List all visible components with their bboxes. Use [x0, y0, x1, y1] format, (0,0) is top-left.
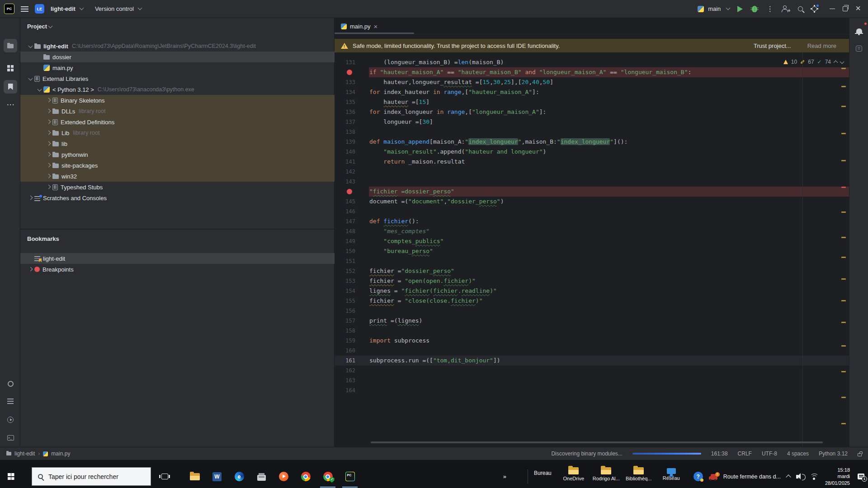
- task-view-button[interactable]: [156, 465, 174, 488]
- line-number[interactable]: 135: [335, 97, 355, 107]
- tree-item-binary-skeletons[interactable]: Binary Skeletons: [20, 95, 335, 106]
- code-line-137[interactable]: 137 longueur =[30]: [335, 117, 849, 127]
- bookmarks-tool-button[interactable]: [4, 80, 17, 94]
- chevron-right-icon[interactable]: [45, 140, 52, 147]
- line-number[interactable]: 147: [335, 216, 355, 226]
- run-config-name[interactable]: main: [708, 5, 721, 12]
- taskbar-app-media-player[interactable]: [273, 465, 294, 488]
- tree-item-scratches-and-consoles[interactable]: Scratches and Consoles: [20, 192, 335, 203]
- line-number[interactable]: 140: [335, 147, 355, 157]
- line-number[interactable]: 162: [335, 366, 355, 375]
- line-number[interactable]: 150: [335, 246, 355, 256]
- tray-folder-biblioth-q[interactable]: Bibliothèq...: [623, 465, 655, 488]
- code-line-159[interactable]: 159import subprocess: [335, 336, 849, 346]
- code-line-143[interactable]: 143: [335, 177, 849, 187]
- line-number[interactable]: 142: [335, 167, 355, 177]
- line-number[interactable]: 138: [335, 127, 355, 137]
- line-number[interactable]: 146: [335, 206, 355, 216]
- taskbar-search-input[interactable]: Taper ici pour rechercher: [32, 467, 151, 486]
- taskbar-app-edge[interactable]: e: [228, 465, 250, 488]
- code-line-149[interactable]: 149 "comptes_publics": [335, 236, 849, 246]
- chevron-right-icon[interactable]: [45, 118, 52, 126]
- code-line-133[interactable]: 133 hauteur,longueur_resultat =[15,30,25…: [335, 77, 849, 87]
- trust-project-link[interactable]: Trust project...: [754, 42, 791, 49]
- chevron-right-icon[interactable]: [45, 151, 52, 158]
- taskbar-app-chrome[interactable]: [295, 465, 316, 488]
- code-line-148[interactable]: 148 "mes_comptes": [335, 226, 849, 236]
- line-number[interactable]: 133: [335, 77, 355, 87]
- volume-icon[interactable]: [796, 475, 798, 479]
- breadcrumb-file[interactable]: main.py: [51, 450, 70, 457]
- project-tool-button[interactable]: [4, 39, 17, 52]
- close-button[interactable]: [855, 5, 861, 13]
- tree-item-extended-definitions[interactable]: Extended Definitions: [20, 117, 335, 127]
- python-interpreter[interactable]: Python 3.12: [819, 450, 848, 457]
- tree-item-main-py[interactable]: main.py: [20, 62, 335, 73]
- code-line-139[interactable]: 139def maison_append[maison_A:"index_lon…: [335, 137, 849, 147]
- run-tool-button[interactable]: [4, 413, 17, 427]
- code-line-146[interactable]: 146: [335, 206, 849, 216]
- code-line-160[interactable]: 160: [335, 346, 849, 356]
- line-number[interactable]: 145: [335, 197, 355, 206]
- restore-button[interactable]: [843, 6, 848, 11]
- indent-setting[interactable]: 4 spaces: [787, 450, 809, 457]
- code-line-156[interactable]: 156: [335, 306, 849, 316]
- help-tray-icon[interactable]: ?: [693, 472, 703, 481]
- line-number[interactable]: 148: [335, 226, 355, 236]
- search-everywhere-icon[interactable]: [798, 6, 803, 11]
- settings-icon[interactable]: [811, 5, 818, 13]
- code-line-134[interactable]: 134for index_hauteur in range,["hauteur_…: [335, 87, 849, 97]
- chevron-right-icon[interactable]: [27, 194, 34, 202]
- line-number[interactable]: 131: [335, 57, 355, 67]
- code-line-131[interactable]: 131 (longueur_maison_B) =len(maison_B): [335, 57, 849, 67]
- error-stripe[interactable]: [841, 52, 847, 447]
- bookmarks-panel-header[interactable]: Bookmarks: [27, 235, 59, 242]
- chevron-down-icon[interactable]: [27, 75, 34, 82]
- chevron-right-icon[interactable]: [45, 129, 52, 136]
- code-line-161[interactable]: 161subprocess.run =(["tom,dit_bonjour"]): [335, 356, 849, 366]
- breakpoint-icon[interactable]: [347, 70, 352, 75]
- code-line-142[interactable]: 142: [335, 167, 849, 177]
- code-line-157[interactable]: 157print =(lignes): [335, 316, 849, 326]
- tree-item-python-3-12[interactable]: < Python 3.12 >C:\Users\rod73\anaconda3\…: [20, 84, 335, 95]
- line-number[interactable]: 161: [335, 356, 355, 366]
- file-encoding[interactable]: UTF-8: [762, 450, 777, 457]
- code-line-145[interactable]: 145document =("document","dossier_perso"…: [335, 197, 849, 206]
- line-number[interactable]: 156: [335, 306, 355, 316]
- line-number[interactable]: 137: [335, 117, 355, 127]
- code-line-132[interactable]: if "hauteur_maison_A" == "hauteur_maison…: [335, 67, 849, 77]
- line-number[interactable]: 143: [335, 177, 355, 187]
- network-icon[interactable]: [813, 478, 815, 480]
- hidden-icons-chevron[interactable]: [786, 474, 791, 479]
- bookmark-item-breakpoints[interactable]: Breakpoints: [20, 264, 335, 275]
- run-button[interactable]: [737, 6, 743, 12]
- project-name[interactable]: light-edit: [51, 5, 75, 12]
- lock-icon[interactable]: [858, 453, 862, 456]
- taskbar-app-file-explorer[interactable]: [184, 465, 206, 488]
- horizontal-scrollbar[interactable]: [371, 441, 823, 443]
- more-tool-windows-button[interactable]: [4, 98, 17, 112]
- tab-main-py[interactable]: main.py: [341, 18, 377, 34]
- code-line-162[interactable]: 162: [335, 366, 849, 375]
- line-number[interactable]: 155: [335, 296, 355, 306]
- tree-item-dossier[interactable]: dossier: [20, 52, 335, 62]
- read-more-link[interactable]: Read more: [807, 42, 836, 49]
- project-panel-header[interactable]: Project: [27, 23, 52, 30]
- tray-folder-rodrigo-al[interactable]: Rodrigo Al...: [590, 465, 623, 488]
- chevron-right-icon[interactable]: [27, 266, 34, 273]
- tree-item-pythonwin[interactable]: pythonwin: [20, 149, 335, 160]
- line-number[interactable]: 153: [335, 276, 355, 286]
- taskbar-app-pycharm[interactable]: PC: [339, 465, 361, 488]
- tree-item-lib[interactable]: Liblibrary root: [20, 127, 335, 138]
- code-line-151[interactable]: 151: [335, 256, 849, 266]
- line-number[interactable]: 157: [335, 316, 355, 326]
- chevron-down-icon[interactable]: [27, 42, 34, 50]
- breadcrumb-project[interactable]: light-edit: [14, 450, 35, 457]
- code-line-144[interactable]: "fichier =dossier_perso": [335, 187, 849, 197]
- debug-button[interactable]: [752, 6, 757, 12]
- main-menu-icon[interactable]: [21, 6, 28, 12]
- line-separator[interactable]: CRLF: [738, 450, 752, 457]
- action-center-icon[interactable]: 1: [858, 474, 864, 479]
- start-button[interactable]: [0, 465, 22, 488]
- desktop-toolbar-label[interactable]: Bureau: [534, 470, 552, 476]
